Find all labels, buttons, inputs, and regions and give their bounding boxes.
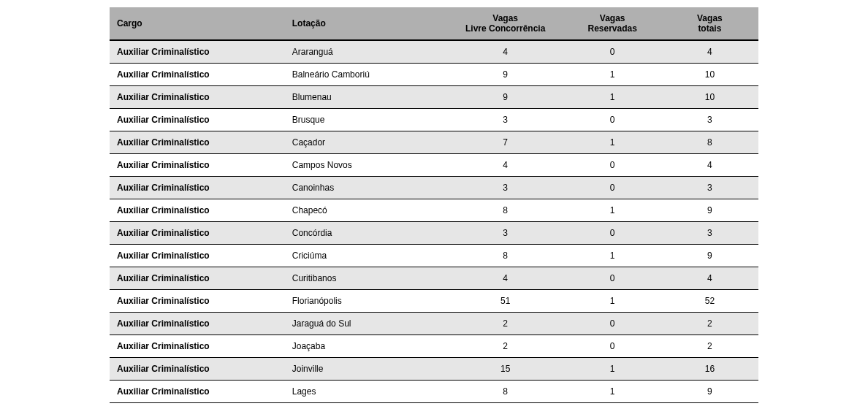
cell-totais: 4 [661,267,758,290]
cell-livre: 3 [447,177,564,199]
cell-reservadas: 0 [564,335,661,358]
cell-cargo: Auxiliar Criminalístico [110,245,285,267]
cell-livre: 2 [447,335,564,358]
cell-totais: 9 [661,199,758,222]
cell-lotacao: Curitibanos [285,267,447,290]
cell-cargo: Auxiliar Criminalístico [110,199,285,222]
cell-cargo: Auxiliar Criminalístico [110,177,285,199]
cell-cargo: Auxiliar Criminalístico [110,40,285,64]
cell-cargo: Auxiliar Criminalístico [110,222,285,245]
header-vagas-livre: Vagas Livre Concorrência [447,7,564,40]
cell-totais: 9 [661,245,758,267]
cell-reservadas: 0 [564,109,661,131]
cell-totais: 8 [661,131,758,154]
cell-lotacao: Criciúma [285,245,447,267]
cell-livre: 8 [447,199,564,222]
cell-cargo: Auxiliar Criminalístico [110,381,285,403]
cell-livre: 9 [447,64,564,86]
cell-livre: 3 [447,222,564,245]
cell-reservadas: 1 [564,358,661,381]
header-vagas-totais: Vagas totais [661,7,758,40]
vacancies-table: Cargo Lotação Vagas Livre Concorrência V… [110,7,758,403]
table-row: Auxiliar CriminalísticoCuritibanos404 [110,267,758,290]
cell-lotacao: Caçador [285,131,447,154]
cell-totais: 2 [661,335,758,358]
header-vagas-livre-line1: Vagas [454,13,557,23]
cell-reservadas: 0 [564,154,661,177]
table-row: Auxiliar CriminalísticoCaçador718 [110,131,758,154]
cell-livre: 8 [447,245,564,267]
cell-lotacao: Balneário Camboriú [285,64,447,86]
cell-reservadas: 1 [564,64,661,86]
cell-reservadas: 1 [564,290,661,313]
table-row: Auxiliar CriminalísticoFlorianópolis5115… [110,290,758,313]
cell-lotacao: Brusque [285,109,447,131]
cell-totais: 16 [661,358,758,381]
cell-lotacao: Jaraguá do Sul [285,313,447,335]
cell-cargo: Auxiliar Criminalístico [110,335,285,358]
cell-totais: 9 [661,381,758,403]
table-row: Auxiliar CriminalísticoAraranguá404 [110,40,758,64]
cell-cargo: Auxiliar Criminalístico [110,313,285,335]
cell-lotacao: Joaçaba [285,335,447,358]
table-row: Auxiliar CriminalísticoJoinville15116 [110,358,758,381]
table-row: Auxiliar CriminalísticoJoaçaba202 [110,335,758,358]
cell-lotacao: Blumenau [285,86,447,109]
cell-lotacao: Campos Novos [285,154,447,177]
cell-cargo: Auxiliar Criminalístico [110,358,285,381]
cell-cargo: Auxiliar Criminalístico [110,290,285,313]
cell-cargo: Auxiliar Criminalístico [110,86,285,109]
table-row: Auxiliar CriminalísticoChapecó819 [110,199,758,222]
table-row: Auxiliar CriminalísticoBalneário Cambori… [110,64,758,86]
table-row: Auxiliar CriminalísticoCanoinhas303 [110,177,758,199]
cell-livre: 4 [447,267,564,290]
cell-livre: 9 [447,86,564,109]
header-vagas-totais-line1: Vagas [669,13,751,23]
table-row: Auxiliar CriminalísticoLages819 [110,381,758,403]
cell-livre: 8 [447,381,564,403]
cell-reservadas: 1 [564,381,661,403]
cell-livre: 15 [447,358,564,381]
cell-livre: 3 [447,109,564,131]
cell-cargo: Auxiliar Criminalístico [110,154,285,177]
cell-livre: 2 [447,313,564,335]
cell-cargo: Auxiliar Criminalístico [110,131,285,154]
cell-lotacao: Florianópolis [285,290,447,313]
table-row: Auxiliar CriminalísticoCampos Novos404 [110,154,758,177]
table-header: Cargo Lotação Vagas Livre Concorrência V… [110,7,758,40]
cell-reservadas: 0 [564,313,661,335]
cell-lotacao: Joinville [285,358,447,381]
cell-reservadas: 0 [564,40,661,64]
cell-livre: 4 [447,40,564,64]
header-vagas-reservadas: Vagas Reservadas [564,7,661,40]
cell-livre: 7 [447,131,564,154]
cell-reservadas: 1 [564,86,661,109]
cell-lotacao: Canoinhas [285,177,447,199]
cell-totais: 10 [661,86,758,109]
cell-cargo: Auxiliar Criminalístico [110,64,285,86]
cell-reservadas: 0 [564,222,661,245]
header-cargo: Cargo [110,7,285,40]
table-row: Auxiliar CriminalísticoJaraguá do Sul202 [110,313,758,335]
cell-livre: 51 [447,290,564,313]
cell-totais: 3 [661,177,758,199]
cell-totais: 52 [661,290,758,313]
cell-reservadas: 0 [564,177,661,199]
cell-cargo: Auxiliar Criminalístico [110,267,285,290]
table-row: Auxiliar CriminalísticoBlumenau9110 [110,86,758,109]
cell-reservadas: 1 [564,199,661,222]
cell-totais: 3 [661,109,758,131]
header-vagas-reservadas-line1: Vagas [571,13,654,23]
header-lotacao: Lotação [285,7,447,40]
header-vagas-livre-line2: Livre Concorrência [454,23,557,34]
cell-lotacao: Chapecó [285,199,447,222]
table-row: Auxiliar CriminalísticoBrusque303 [110,109,758,131]
cell-reservadas: 1 [564,131,661,154]
cell-totais: 4 [661,154,758,177]
cell-livre: 4 [447,154,564,177]
cell-reservadas: 0 [564,267,661,290]
header-vagas-reservadas-line2: Reservadas [571,23,654,34]
table-row: Auxiliar CriminalísticoConcórdia303 [110,222,758,245]
cell-cargo: Auxiliar Criminalístico [110,109,285,131]
cell-totais: 10 [661,64,758,86]
